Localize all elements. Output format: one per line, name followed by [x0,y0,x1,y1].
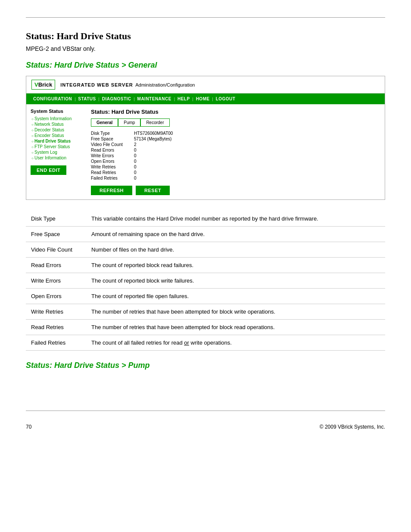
tab-recorder[interactable]: Recorder [140,118,169,127]
bottom-rule [26,411,385,411]
desc-row-disk-type: Disk Type This variable contains the Har… [26,210,385,227]
data-rows: Disk Type HTS726060M9AT00 Free Space 571… [91,131,380,180]
subtitle: MPEG-2 and VBStar only. [26,45,385,52]
label-read-retries: Read Retries [91,170,134,175]
page-number: 70 [26,424,31,430]
desc-def-write-errors: The count of reported block write failur… [86,273,385,289]
data-row-disk-type: Disk Type HTS726060M9AT00 [91,131,380,136]
desc-term-write-errors: Write Errors [26,273,86,289]
server-sub: Administration/Configuration [135,82,195,87]
value-read-errors: 0 [134,148,137,152]
vbrick-logo: VBrick [31,80,55,90]
reset-button[interactable]: RESET [136,186,170,195]
sidebar-item-encoder-status[interactable]: Encoder Status [31,133,87,138]
sidebar-item-ftp-server-status[interactable]: FTP Server Status [31,144,87,149]
server-label: INTEGRATED WEB SERVER [60,82,133,87]
description-table: Disk Type This variable contains the Har… [26,210,385,351]
nav-help[interactable]: HELP [175,96,193,102]
label-open-errors: Open Errors [91,159,134,164]
section1-heading: Status: Hard Drive Status > General [26,61,385,70]
value-write-errors: 0 [134,153,137,158]
tabs-row: General Pump Recorder [91,118,380,127]
nav-logout[interactable]: LOGOUT [213,96,238,102]
desc-term-video-file-count: Video File Count [26,242,86,258]
value-free-space: 57134 (MegaBytes) [134,137,171,141]
desc-term-write-retries: Write Retries [26,304,86,320]
data-row-read-retries: Read Retries 0 [91,170,380,175]
panel-title: Status: Hard Drive Status [91,109,380,115]
right-panel: Status: Hard Drive Status General Pump R… [91,109,380,195]
data-row-failed-retries: Failed Retries 0 [91,176,380,180]
value-disk-type: HTS726060M9AT00 [134,131,173,136]
nav-bar: CONFIGURATION | STATUS | DIAGNOSTIC | MA… [26,93,385,104]
copyright: © 2009 VBrick Systems, Inc. [320,424,385,430]
nav-diagnostic[interactable]: DIAGNOSTIC [100,96,134,102]
label-read-errors: Read Errors [91,148,134,152]
desc-row-write-errors: Write Errors The count of reported block… [26,273,385,289]
tab-general[interactable]: General [91,118,118,127]
value-write-retries: 0 [134,165,137,169]
desc-def-video-file-count: Number of files on the hard drive. [86,242,385,258]
value-video-file-count: 2 [134,142,137,147]
section2-heading: Status: Hard Drive Status > Pump [26,361,385,370]
label-video-file-count: Video File Count [91,142,134,147]
desc-row-open-errors: Open Errors The count of reported file o… [26,289,385,304]
sidebar-item-hard-drive-status[interactable]: Hard Drive Status [31,139,87,143]
label-write-errors: Write Errors [91,153,134,158]
sidebar-item-system-log[interactable]: System Log [31,150,87,155]
sidebar-item-system-information[interactable]: System Information [31,116,87,121]
desc-def-disk-type: This variable contains the Hard Drive mo… [86,210,385,227]
page-title: Status: Hard Drive Status [26,31,385,42]
screenshot-container: VBrick INTEGRATED WEB SERVER Administrat… [26,76,385,200]
desc-term-free-space: Free Space [26,227,86,242]
label-failed-retries: Failed Retries [91,176,134,180]
desc-def-read-errors: The count of reported block read failure… [86,258,385,273]
nav-maintenance[interactable]: MAINTENANCE [135,96,174,102]
data-row-video-file-count: Video File Count 2 [91,142,380,147]
desc-term-read-retries: Read Retries [26,320,86,335]
desc-row-write-retries: Write Retries The number of retries that… [26,304,385,320]
desc-def-free-space: Amount of remaining space on the hard dr… [86,227,385,242]
sidebar: System Status System Information Network… [31,109,87,195]
top-rule [26,17,385,18]
action-buttons: REFRESH RESET [91,186,380,195]
data-row-open-errors: Open Errors 0 [91,159,380,164]
value-failed-retries: 0 [134,176,137,180]
desc-def-read-retries: The number of retries that have been att… [86,320,385,335]
desc-row-read-errors: Read Errors The count of reported block … [26,258,385,273]
desc-def-open-errors: The count of reported file open failures… [86,289,385,304]
label-disk-type: Disk Type [91,131,134,136]
data-row-write-retries: Write Retries 0 [91,165,380,169]
nav-configuration[interactable]: CONFIGURATION [31,96,75,102]
vbrick-header: VBrick INTEGRATED WEB SERVER Administrat… [26,76,385,93]
label-free-space: Free Space [91,137,134,141]
desc-row-read-retries: Read Retries The number of retries that … [26,320,385,335]
server-text: INTEGRATED WEB SERVER Administration/Con… [60,82,195,87]
footer: 70 © 2009 VBrick Systems, Inc. [26,424,385,430]
sidebar-item-decoder-status[interactable]: Decoder Status [31,128,87,132]
desc-term-disk-type: Disk Type [26,210,86,227]
desc-term-open-errors: Open Errors [26,289,86,304]
desc-term-failed-retries: Failed Retries [26,335,86,351]
desc-def-failed-retries: The count of all failed retries for read… [86,335,385,351]
end-edit-button[interactable]: END EDIT [31,165,66,175]
desc-row-video-file-count: Video File Count Number of files on the … [26,242,385,258]
desc-def-write-retries: The number of retries that have been att… [86,304,385,320]
sidebar-title: System Status [31,109,87,114]
sidebar-item-user-information[interactable]: User Information [31,156,87,160]
desc-term-read-errors: Read Errors [26,258,86,273]
data-row-free-space: Free Space 57134 (MegaBytes) [91,137,380,141]
main-content: System Status System Information Network… [26,104,385,199]
sidebar-item-network-status[interactable]: Network Status [31,122,87,127]
nav-home[interactable]: HOME [193,96,212,102]
data-row-write-errors: Write Errors 0 [91,153,380,158]
logo-v: V [34,81,38,88]
nav-status[interactable]: STATUS [75,96,99,102]
desc-row-failed-retries: Failed Retries The count of all failed r… [26,335,385,351]
value-read-retries: 0 [134,170,137,175]
label-write-retries: Write Retries [91,165,134,169]
tab-pump[interactable]: Pump [118,118,140,127]
desc-row-free-space: Free Space Amount of remaining space on … [26,227,385,242]
value-open-errors: 0 [134,159,137,164]
refresh-button[interactable]: REFRESH [91,186,132,195]
